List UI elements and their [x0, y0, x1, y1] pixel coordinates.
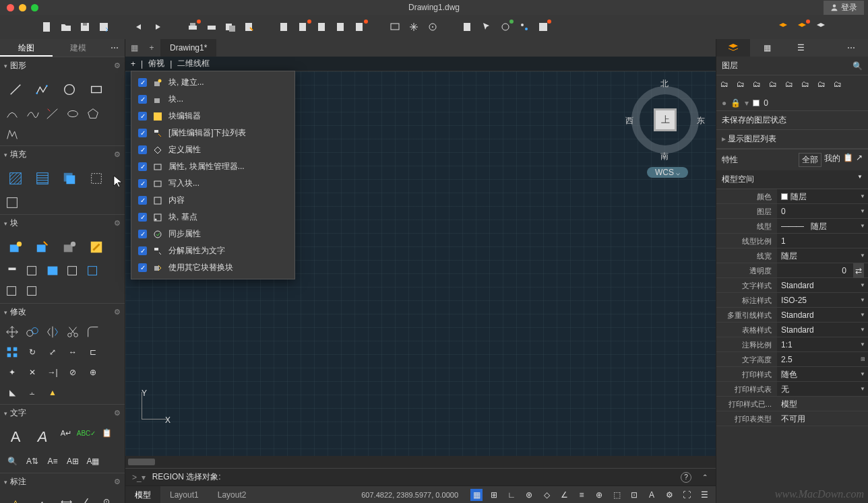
layout-tab-model[interactable]: 模型 [125, 486, 160, 503]
offset-tool[interactable]: ⊏ [84, 343, 102, 361]
wblock-tool[interactable] [63, 263, 82, 280]
ctx-battman[interactable]: ✓属性, 块属性管理器... [131, 158, 294, 175]
prop-ltscale[interactable]: 1 [777, 234, 868, 248]
layer-state-icon[interactable] [795, 20, 809, 34]
grid-toggle-icon[interactable]: ▦ [470, 489, 483, 501]
prop-layer[interactable]: 0▼ [777, 204, 868, 218]
ctx-attsync[interactable]: ✓同步属性 [131, 226, 294, 242]
dim-aligned-tool[interactable]: ⟷ [57, 493, 75, 503]
block-insert-tool[interactable] [30, 234, 55, 260]
content-tool[interactable] [84, 263, 102, 280]
ctx-basepoint[interactable]: ✓块, 基点 [131, 209, 294, 226]
rotate-tool[interactable]: ↻ [23, 343, 42, 361]
current-layer[interactable]: ●🔒▾ 0 [716, 96, 868, 110]
prop-linetype[interactable]: ——— 随层▼ [777, 219, 868, 233]
fillet-tool[interactable] [84, 323, 102, 341]
hatch-tool[interactable] [3, 166, 28, 191]
redo-icon[interactable] [151, 20, 164, 34]
dim-style-tool[interactable] [30, 493, 55, 503]
pan-icon[interactable] [407, 20, 421, 34]
right-tab-refs[interactable]: ☰ [784, 39, 817, 57]
orbit-icon[interactable] [426, 20, 439, 34]
document-tab[interactable]: Drawing1* [160, 39, 216, 57]
ctx-block-editor[interactable]: ✓块编辑器 [131, 108, 294, 125]
sc-toggle-icon[interactable]: ⊡ [628, 489, 640, 501]
layer-on-icon[interactable]: 🗂 [753, 79, 765, 92]
section-header-dimension[interactable]: ▾标注⚙ [0, 473, 125, 490]
prop-tablestyle[interactable]: Standard▼ [777, 323, 868, 337]
prop-color[interactable]: 随层▼ [777, 189, 868, 203]
open-file-icon[interactable] [59, 20, 73, 34]
print-preview-icon[interactable] [205, 20, 218, 34]
login-button[interactable]: 登录 [824, 1, 864, 15]
props-copy-icon[interactable]: 📋 [843, 153, 853, 167]
ctx-burst[interactable]: ✓分解属性为文字 [131, 242, 294, 259]
layout-tab-2[interactable]: Layout2 [208, 486, 256, 503]
boundary-tool[interactable] [57, 166, 82, 191]
anno-toggle-icon[interactable]: A [646, 489, 658, 501]
prop-textstyle[interactable]: Standard▼ [777, 278, 868, 292]
battman-tool[interactable] [43, 263, 62, 280]
break-tool[interactable]: ⊘ [63, 364, 82, 381]
copy-icon[interactable] [297, 20, 310, 34]
explode-tool[interactable]: ✦ [3, 364, 22, 381]
text-justify-tool[interactable]: A⊞ [63, 452, 82, 470]
breadcrumb-style[interactable]: 二维线框 [177, 58, 210, 69]
zoom-icon[interactable] [388, 20, 402, 34]
tab-add-icon[interactable]: + [143, 39, 160, 57]
lwt-toggle-icon[interactable]: ≡ [576, 489, 588, 501]
mirror-tool[interactable] [43, 323, 62, 341]
props-pick-icon[interactable]: ↗ [856, 153, 863, 167]
polyline-tool[interactable] [30, 77, 55, 102]
clipboard-icon[interactable] [353, 20, 367, 34]
circle-tool[interactable] [57, 77, 82, 102]
cut-icon[interactable] [278, 20, 291, 34]
right-tab-more[interactable]: ⋯ [834, 39, 868, 57]
layer-search-icon[interactable]: 🔍 [852, 61, 863, 71]
point-tool[interactable] [3, 125, 22, 143]
layer-color-icon[interactable]: 🗂 [801, 79, 813, 92]
prop-annoscale[interactable]: 1:1▼ [777, 337, 868, 351]
dim-linear-tool[interactable] [3, 493, 28, 503]
copy-tool[interactable] [23, 323, 42, 341]
array-tool[interactable] [3, 343, 22, 361]
osnap-toggle-icon[interactable]: ◇ [540, 489, 553, 501]
customize-icon[interactable]: ☰ [698, 489, 710, 501]
viewcube-top-face[interactable]: 上 [654, 108, 677, 131]
new-file-icon[interactable] [40, 20, 54, 34]
tab-overflow-icon[interactable]: ⋯ [104, 39, 125, 57]
ctx-content[interactable]: ✓内容 [131, 192, 294, 209]
save-as-icon[interactable] [97, 20, 111, 34]
prop-plotstyle[interactable]: 随色▼ [777, 367, 868, 381]
block-create-tool[interactable] [3, 234, 28, 260]
spline-tool[interactable] [23, 105, 42, 123]
viewcube-west[interactable]: 西 [625, 115, 633, 127]
text-convert-tool[interactable]: A▦ [84, 452, 102, 470]
ctx-blockreplace[interactable]: ✓使用其它块替换块 [131, 259, 294, 276]
layer-freeze-icon[interactable]: 🗂 [769, 79, 781, 92]
otrack-toggle-icon[interactable]: ∠ [558, 489, 570, 501]
cmdline-expand-icon[interactable]: ⌃ [702, 473, 708, 481]
text-style-tool[interactable]: A↵ [57, 424, 75, 442]
layer-new-icon[interactable]: 🗂 [720, 79, 733, 92]
fullscreen-icon[interactable]: ⛶ [681, 489, 693, 501]
layer-match-icon[interactable]: 🗂 [817, 79, 830, 92]
layer-freeze-icon[interactable] [814, 20, 828, 34]
section-header-block[interactable]: ▾块⚙ [0, 214, 125, 232]
extend-tool[interactable]: →| [43, 364, 62, 381]
ctx-define-attr[interactable]: ✓定义属性 [131, 141, 294, 158]
gear-icon[interactable]: ⚙ [114, 308, 121, 316]
polar-toggle-icon[interactable]: ⊛ [523, 489, 535, 501]
text-find-tool[interactable]: 🔍 [3, 452, 22, 470]
window-minimize[interactable] [19, 4, 26, 11]
rectangle-tool[interactable] [84, 77, 109, 102]
page-setup-icon[interactable] [243, 20, 256, 34]
ortho-toggle-icon[interactable]: ∟ [505, 489, 518, 501]
prop-dimstyle[interactable]: ISO-25▼ [777, 293, 868, 307]
gear-icon[interactable]: ⚙ [114, 477, 121, 486]
paste-icon[interactable] [315, 20, 329, 34]
region-tool[interactable] [84, 166, 109, 191]
tab-grid-icon[interactable]: ▦ [125, 39, 143, 57]
save-icon[interactable] [78, 20, 92, 34]
prop-transparency[interactable]: 0⇄ [777, 263, 868, 277]
